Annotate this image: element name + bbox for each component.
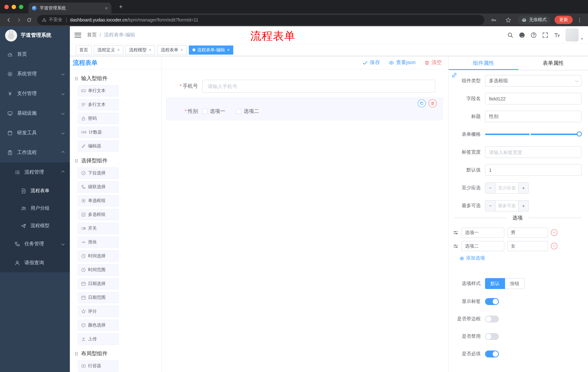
search-icon[interactable] [507, 32, 514, 38]
component-type-select[interactable]: 多选框组 [485, 75, 581, 87]
sidebar-item-payment[interactable]: ¥ 支付管理 [0, 84, 70, 103]
decrease-button[interactable]: − [485, 200, 496, 211]
sidebar-logo[interactable]: 芋道管理系统 [0, 26, 70, 44]
zoom-window-button[interactable] [19, 5, 23, 9]
remove-option-button[interactable]: − [551, 229, 557, 236]
forward-button[interactable] [14, 15, 24, 25]
sidebar-item-devtools[interactable]: 研发工具 [0, 123, 70, 143]
palette-item-counter[interactable]: 123计数器 [78, 127, 119, 138]
increase-button[interactable]: + [518, 182, 528, 193]
tag-process-form[interactable]: 流程表单× [157, 45, 187, 54]
remove-option-button[interactable]: − [551, 243, 557, 249]
palette-item-date-picker[interactable]: 日期选择 [78, 278, 119, 289]
palette-item-time-range[interactable]: 时间范围 [78, 264, 119, 276]
back-button[interactable] [4, 15, 14, 25]
password-key-icon[interactable] [489, 15, 499, 25]
form-grid-slider[interactable] [485, 134, 579, 135]
minimize-window-button[interactable] [12, 5, 16, 9]
palette-item-single-line-text[interactable]: 单行文本 [78, 85, 119, 96]
tag-process-model[interactable]: 流程模型× [126, 45, 155, 54]
new-tab-button[interactable]: + [116, 3, 125, 11]
phone-input[interactable] [202, 80, 435, 93]
palette-item-upload[interactable]: 上传 [78, 333, 119, 345]
default-value-input[interactable] [485, 164, 581, 176]
close-icon[interactable]: × [117, 47, 120, 53]
link-icon[interactable] [451, 72, 457, 78]
form-canvas[interactable]: 手机号 性别 选项一 [162, 70, 448, 372]
tab-form-props[interactable]: 表单属性 [518, 56, 588, 70]
avatar-caret-icon[interactable]: ▾ [581, 37, 583, 41]
option-1-value-input[interactable] [507, 227, 548, 238]
palette-item-multi-line-text[interactable]: 多行文本 [78, 99, 119, 110]
sidebar-item-process-form[interactable]: 流程表单 [0, 182, 70, 200]
browser-update-button[interactable]: 更新 [555, 16, 573, 24]
disabled-toggle[interactable] [485, 333, 499, 340]
copy-field-button[interactable] [418, 99, 426, 107]
show-label-toggle[interactable] [485, 298, 499, 305]
sidebar-item-user-group[interactable]: 用户分组 [0, 200, 70, 217]
window-controls[interactable] [4, 5, 23, 9]
browser-tab[interactable]: 芋道管理系统 × [28, 2, 111, 13]
reload-button[interactable] [24, 15, 34, 25]
field-name-input[interactable] [485, 93, 581, 105]
github-icon[interactable] [519, 32, 525, 38]
border-toggle[interactable] [485, 315, 499, 322]
tag-process-definition[interactable]: 流程定义× [94, 45, 123, 54]
close-icon[interactable]: × [227, 47, 230, 53]
bookmark-star-icon[interactable] [503, 15, 514, 25]
palette-item-color-picker[interactable]: 颜色选择 [78, 319, 119, 331]
tag-process-form-edit[interactable]: 流程表单-编辑× [189, 45, 233, 54]
max-select-stepper[interactable]: − 最多可选 + [485, 200, 529, 211]
save-button[interactable]: 保存 [363, 59, 380, 66]
add-option-button[interactable]: ⊕ 添加选项 [460, 255, 588, 262]
clear-button[interactable]: 清空 [424, 59, 442, 66]
sidebar-item-process-model[interactable]: 流程模型 [0, 217, 70, 234]
canvas-field-gender[interactable]: 性别 选项一 选项二 [166, 108, 443, 115]
label-width-input[interactable] [485, 146, 581, 158]
palette-item-slider[interactable]: 滑块 [78, 237, 119, 248]
canvas-field-phone[interactable]: 手机号 [166, 80, 443, 93]
palette-item-radio-group[interactable]: 单选框组 [78, 195, 119, 206]
sidebar-item-workflow[interactable]: 工作流程 [0, 143, 70, 162]
sidebar-item-home[interactable]: 首页 [0, 44, 70, 64]
palette-item-rate[interactable]: 评分 [78, 306, 119, 317]
title-input[interactable] [485, 111, 581, 122]
breadcrumb-home[interactable]: 首页 [87, 32, 97, 38]
min-select-stepper[interactable]: − 至少应选 + [485, 182, 529, 193]
close-icon[interactable]: × [149, 47, 151, 53]
browser-menu-icon[interactable]: ⋮ [577, 17, 582, 23]
palette-item-cascader[interactable]: 级联选择 [78, 181, 119, 192]
gender-option-2-checkbox[interactable]: 选项二 [236, 108, 259, 115]
style-button-button[interactable]: 按钮 [505, 278, 525, 289]
option-1-name-input[interactable] [461, 227, 504, 238]
canvas-field-gender-selected[interactable]: 性别 选项一 选项二 [166, 97, 443, 120]
view-json-button[interactable]: 查看json [389, 59, 416, 66]
help-icon[interactable] [531, 32, 537, 38]
required-toggle[interactable] [485, 350, 499, 357]
decrease-button[interactable]: − [485, 182, 496, 193]
palette-item-row-container[interactable]: 行容器 [78, 360, 119, 372]
sidebar-item-task-mgmt[interactable]: 任务管理 [0, 234, 70, 253]
palette-item-date-range[interactable]: 日期范围 [78, 292, 119, 303]
drag-handle-icon[interactable] [453, 243, 459, 249]
sidebar-fold-icon[interactable] [74, 32, 81, 37]
palette-item-switch[interactable]: 开关 [78, 223, 119, 234]
palette-item-checkbox-group[interactable]: 多选框组 [78, 209, 119, 220]
increase-button[interactable]: + [518, 200, 528, 211]
palette-item-dropdown[interactable]: 下拉选择 [78, 167, 119, 179]
sidebar-item-leave-query[interactable]: 请假查询 [0, 253, 70, 272]
close-window-button[interactable] [4, 5, 9, 9]
gender-option-1-checkbox[interactable]: 选项一 [202, 108, 225, 115]
style-default-button[interactable]: 默认 [485, 278, 505, 289]
palette-item-editor[interactable]: 编辑器 [78, 140, 119, 152]
drag-handle-icon[interactable] [453, 230, 459, 235]
option-2-value-input[interactable] [507, 241, 548, 251]
option-2-name-input[interactable] [461, 241, 504, 251]
fullscreen-icon[interactable] [542, 32, 548, 38]
sidebar-item-system[interactable]: 系统管理 [0, 64, 70, 84]
palette-item-password[interactable]: 密码 [78, 113, 119, 124]
user-avatar[interactable] [566, 28, 578, 42]
tag-home[interactable]: 首页 [76, 45, 92, 54]
tab-close-icon[interactable]: × [105, 5, 108, 11]
font-size-icon[interactable] [554, 32, 560, 38]
